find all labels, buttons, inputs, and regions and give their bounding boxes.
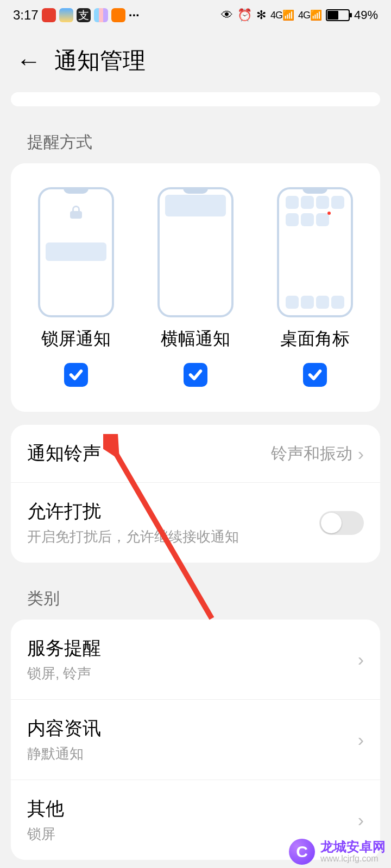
banner-preview-icon	[157, 187, 234, 317]
row-content-info[interactable]: 内容资讯 静默通知 ›	[11, 699, 380, 780]
row-sub: 开启免打扰后，允许继续接收通知	[27, 527, 239, 546]
row-title: 允许打扰	[27, 499, 239, 524]
settings-card: 通知铃声 铃声和振动 › 允许打扰 开启免打扰后，允许继续接收通知	[11, 425, 380, 563]
signal-2: 4G📶	[298, 9, 321, 21]
watermark-logo-icon: C	[289, 839, 315, 865]
mode-lockscreen[interactable]: 锁屏通知	[38, 187, 114, 387]
row-value: 铃声和振动	[271, 443, 352, 465]
bluetooth-icon: ✻	[256, 8, 266, 22]
reminder-modes: 锁屏通知 横幅通知 桌面角标	[11, 163, 380, 412]
row-sub: 静默通知	[27, 744, 101, 763]
video-icon	[111, 8, 125, 22]
watermark-url: www.lcjrfg.com	[320, 854, 386, 864]
row-allow-disturb: 允许打扰 开启免打扰后，允许继续接收通知	[11, 482, 380, 563]
status-right: 👁 ⏰ ✻ 4G📶 4G📶 49%	[221, 8, 378, 22]
mode-banner[interactable]: 横幅通知	[157, 187, 234, 387]
badge-preview-icon	[277, 187, 353, 317]
mode-label: 锁屏通知	[41, 327, 111, 351]
lockscreen-preview-icon	[38, 187, 114, 317]
weather-icon	[59, 8, 73, 22]
row-title: 通知铃声	[27, 441, 101, 466]
more-icon: ···	[129, 8, 140, 23]
checkbox-badge[interactable]	[303, 363, 327, 387]
row-title: 内容资讯	[27, 716, 101, 741]
battery-icon	[326, 9, 350, 21]
page-title: 通知管理	[54, 46, 146, 76]
chevron-right-icon: ›	[358, 649, 364, 670]
chevron-right-icon: ›	[358, 443, 364, 464]
category-card: 服务提醒 锁屏, 铃声 › 内容资讯 静默通知 › 其他 锁屏 ›	[11, 620, 380, 860]
status-bar: 3:17 支 ··· 👁 ⏰ ✻ 4G📶 4G📶 49%	[0, 0, 391, 30]
row-sub: 锁屏, 铃声	[27, 664, 101, 683]
watermark: C 龙城安卓网 www.lcjrfg.com	[283, 835, 391, 868]
row-title: 其他	[27, 796, 64, 821]
mode-label: 桌面角标	[280, 327, 350, 351]
checkbox-lockscreen[interactable]	[64, 363, 88, 387]
alipay-icon: 支	[77, 8, 91, 22]
mode-badge[interactable]: 桌面角标	[277, 187, 353, 387]
section-label-reminder: 提醒方式	[0, 106, 391, 163]
mode-label: 横幅通知	[161, 327, 230, 351]
row-notification-sound[interactable]: 通知铃声 铃声和振动 ›	[11, 425, 380, 482]
weibo-icon	[42, 8, 56, 22]
row-service-reminder[interactable]: 服务提醒 锁屏, 铃声 ›	[11, 620, 380, 699]
header: ← 通知管理	[0, 30, 391, 87]
row-sub: 锁屏	[27, 825, 64, 844]
section-label-category: 类别	[0, 563, 391, 620]
status-time: 3:17	[13, 8, 39, 23]
checkbox-banner[interactable]	[184, 363, 207, 387]
reminder-card: 锁屏通知 横幅通知 桌面角标	[11, 163, 380, 412]
row-title: 服务提醒	[27, 636, 101, 661]
chevron-right-icon: ›	[358, 809, 364, 831]
battery-text: 49%	[354, 8, 378, 22]
signal-1: 4G📶	[270, 9, 294, 21]
chevron-right-icon: ›	[358, 729, 364, 750]
back-arrow-icon[interactable]: ←	[16, 48, 41, 73]
lock-icon	[70, 206, 82, 218]
previous-card-bottom	[11, 92, 380, 106]
switch-allow-disturb[interactable]	[319, 511, 364, 535]
watermark-brand: 龙城安卓网	[320, 840, 386, 854]
eye-icon: 👁	[221, 8, 233, 22]
status-left: 3:17 支 ···	[13, 8, 140, 23]
app-icon	[94, 8, 108, 22]
alarm-icon: ⏰	[237, 8, 252, 22]
